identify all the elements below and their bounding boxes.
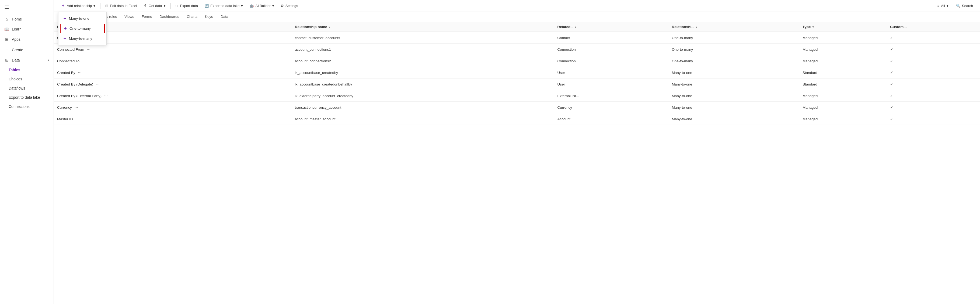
filter-chevron-icon: ▾ bbox=[947, 4, 948, 8]
row-context-menu-button[interactable]: ··· bbox=[103, 93, 109, 99]
dropdown-item-one-to-many[interactable]: ＋ One-to-many bbox=[60, 24, 105, 33]
row-context-menu-button[interactable]: ··· bbox=[74, 116, 81, 122]
row-type: Standard bbox=[803, 82, 817, 86]
dropdown-item-many-to-many[interactable]: ＋ Many-to-many bbox=[59, 34, 107, 43]
sidebar-sub-item-dataflows[interactable]: Dataflows bbox=[0, 84, 54, 93]
cell-related: User bbox=[554, 78, 668, 90]
tab-charts-label: Charts bbox=[187, 14, 197, 19]
cell-custom: ✓ bbox=[887, 55, 980, 67]
sidebar-item-apps[interactable]: ⊞ Apps bbox=[0, 34, 54, 45]
table-row: Created By ··· lk_accountbase_createdby … bbox=[54, 67, 980, 78]
row-related: User bbox=[557, 82, 565, 86]
sidebar-item-data[interactable]: ⊞ Data ∧ bbox=[0, 55, 54, 65]
cell-custom: ✓ bbox=[887, 44, 980, 55]
row-context-menu-button[interactable]: ··· bbox=[76, 70, 83, 75]
edit-data-excel-button[interactable]: ⊞ Edit data in Excel bbox=[103, 2, 140, 10]
row-context-menu-button[interactable]: ··· bbox=[85, 46, 92, 52]
tab-charts[interactable]: Charts bbox=[183, 12, 201, 22]
get-data-button[interactable]: 🗄 Get data ▾ bbox=[141, 2, 168, 10]
row-custom-check-icon: ✓ bbox=[890, 82, 893, 86]
filter-all-button[interactable]: ≡ All ▾ bbox=[935, 2, 951, 10]
cell-relationship-type: Many-to-one bbox=[668, 78, 799, 90]
add-relationship-chevron-icon: ▾ bbox=[94, 4, 95, 8]
edit-data-excel-label: Edit data in Excel bbox=[110, 4, 137, 8]
ai-builder-label: AI Builder bbox=[255, 4, 270, 8]
row-type: Standard bbox=[803, 71, 817, 75]
row-type: Managed bbox=[803, 59, 818, 63]
tab-data[interactable]: Data bbox=[217, 12, 232, 22]
sidebar-item-create[interactable]: ＋ Create bbox=[0, 45, 54, 55]
cell-relationship-name: account_master_account bbox=[292, 113, 554, 125]
col-type[interactable]: Type ∨ bbox=[799, 22, 887, 32]
row-relationship-name: lk_accountbase_createdby bbox=[295, 71, 338, 75]
row-relationship-name: account_connections2 bbox=[295, 59, 331, 63]
col-type-label: Type bbox=[803, 25, 811, 29]
sidebar-sub-item-connections[interactable]: Connections bbox=[0, 102, 54, 111]
dropdown-item-many-to-one[interactable]: ＋ Many-to-one bbox=[59, 14, 107, 23]
get-data-chevron-icon: ▾ bbox=[164, 4, 165, 8]
search-button[interactable]: 🔍 Search bbox=[953, 2, 976, 10]
get-data-icon: 🗄 bbox=[143, 4, 147, 8]
sidebar-item-home[interactable]: ⌂ Home bbox=[0, 14, 54, 24]
tab-views[interactable]: Views bbox=[121, 12, 138, 22]
cell-related: Connection bbox=[554, 55, 668, 67]
sidebar-choices-label: Choices bbox=[9, 77, 22, 81]
sidebar-learn-label: Learn bbox=[12, 27, 22, 31]
sidebar-item-learn[interactable]: 📖 Learn bbox=[0, 24, 54, 34]
table-row: Currency ··· transactioncurrency_account… bbox=[54, 102, 980, 113]
export-to-data-lake-button[interactable]: 🔄 Export to data lake ▾ bbox=[202, 2, 246, 10]
row-context-menu-button[interactable]: ··· bbox=[81, 58, 87, 64]
cell-relationship-name: transactioncurrency_account bbox=[292, 102, 554, 113]
col-relationship-type[interactable]: Relationshi... ∨ bbox=[668, 22, 799, 32]
one-to-many-plus-icon: ＋ bbox=[63, 26, 67, 31]
relationship-name-sort-icon: ∨ bbox=[328, 25, 331, 29]
row-relationship-type: Many-to-one bbox=[671, 106, 692, 109]
sidebar-connections-label: Connections bbox=[9, 104, 30, 109]
tab-dashboards[interactable]: Dashboards bbox=[156, 12, 183, 22]
row-context-menu-button[interactable]: ··· bbox=[73, 104, 80, 110]
tab-forms[interactable]: Forms bbox=[138, 12, 156, 22]
row-custom-check-icon: ✓ bbox=[890, 47, 893, 51]
row-type: Managed bbox=[803, 117, 818, 121]
table-row: Company Name ··· contact_customer_accoun… bbox=[54, 32, 980, 44]
hamburger-icon[interactable]: ☰ bbox=[4, 4, 9, 10]
table-row: Master ID ··· account_master_account Acc… bbox=[54, 113, 980, 125]
row-context-menu-button[interactable]: ··· bbox=[94, 81, 101, 87]
edit-data-excel-icon: ⊞ bbox=[105, 4, 108, 8]
settings-button[interactable]: ⚙ Settings bbox=[278, 2, 301, 10]
search-label: Search bbox=[962, 4, 973, 8]
cell-related: Contact bbox=[554, 32, 668, 44]
cell-relationship-type: Many-to-one bbox=[668, 102, 799, 113]
sidebar-sub-item-choices[interactable]: Choices bbox=[0, 74, 54, 84]
tab-dashboards-label: Dashboards bbox=[159, 14, 179, 19]
row-display-name: Created By (External Party) bbox=[57, 94, 102, 98]
export-data-button[interactable]: ↦ Export data bbox=[173, 2, 201, 10]
add-relationship-button[interactable]: ＋ Add relationship ▾ bbox=[58, 2, 98, 10]
col-related[interactable]: Related... ∨ bbox=[554, 22, 668, 32]
table-row: Created By (External Party) ··· lk_exter… bbox=[54, 90, 980, 102]
cell-type: Managed bbox=[799, 113, 887, 125]
sidebar-create-label: Create bbox=[12, 48, 23, 52]
col-relationship-name[interactable]: Relationship name ∨ bbox=[292, 22, 554, 32]
table-body: Company Name ··· contact_customer_accoun… bbox=[54, 32, 980, 125]
sidebar-sub-item-tables[interactable]: Tables bbox=[0, 65, 54, 74]
row-relationship-type: Many-to-one bbox=[671, 71, 692, 75]
cell-related: Connection bbox=[554, 44, 668, 55]
ai-builder-button[interactable]: 🤖 AI Builder ▾ bbox=[247, 2, 277, 10]
cell-custom: ✓ bbox=[887, 32, 980, 44]
sidebar-tables-label: Tables bbox=[9, 68, 20, 72]
main-content: ＋ Add relationship ▾ ⊞ Edit data in Exce… bbox=[54, 0, 980, 304]
export-data-lake-chevron-icon: ▾ bbox=[241, 4, 243, 8]
table-row: Created By (Delegate) ··· lk_accountbase… bbox=[54, 78, 980, 90]
many-to-many-label: Many-to-many bbox=[69, 37, 92, 40]
table-row: Connected To ··· account_connections2 Co… bbox=[54, 55, 980, 67]
sidebar: ☰ ⌂ Home 📖 Learn ⊞ Apps ＋ Create ⊞ Data … bbox=[0, 0, 54, 304]
cell-display-name: Connected From ··· bbox=[54, 44, 292, 55]
tab-keys[interactable]: Keys bbox=[201, 12, 217, 22]
sidebar-sub-item-export-data-lake[interactable]: Export to data lake bbox=[0, 93, 54, 102]
cell-relationship-name: contact_customer_accounts bbox=[292, 32, 554, 44]
row-display-name: Connected To bbox=[57, 59, 80, 63]
export-data-icon: ↦ bbox=[176, 4, 178, 8]
row-custom-check-icon: ✓ bbox=[890, 105, 893, 109]
row-custom-check-icon: ✓ bbox=[890, 35, 893, 40]
